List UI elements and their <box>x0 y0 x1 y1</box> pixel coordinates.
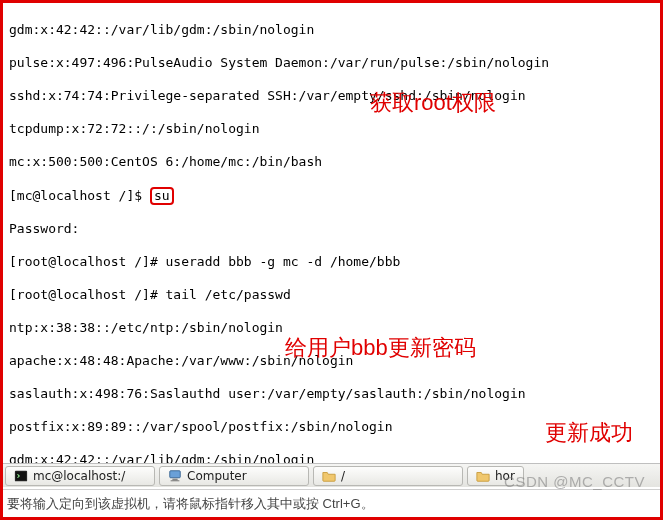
svg-rect-4 <box>171 480 180 481</box>
user-prompt: [mc@localhost /]$ <box>9 188 150 203</box>
taskbar-item-folder[interactable]: / <box>313 466 463 486</box>
cmd-line: [root@localhost /]# useradd bbb -g mc -d… <box>9 254 654 271</box>
highlight-su: su <box>150 187 174 205</box>
passwd-line: tcpdump:x:72:72::/:/sbin/nologin <box>9 121 654 138</box>
taskbar-item-terminal[interactable]: mc@localhost:/ <box>5 466 155 486</box>
passwd-line: mc:x:500:500:CentOS 6:/home/mc:/bin/bash <box>9 154 654 171</box>
passwd-line: ntp:x:38:38::/etc/ntp:/sbin/nologin <box>9 320 654 337</box>
passwd-line: sshd:x:74:74:Privilege-separated SSH:/va… <box>9 88 654 105</box>
taskbar-label: hor <box>495 469 515 483</box>
password-prompt: Password: <box>9 221 654 238</box>
svg-rect-2 <box>170 470 181 477</box>
svg-rect-3 <box>172 478 177 480</box>
folder-icon <box>476 469 490 483</box>
vm-hint-text: 要将输入定向到该虚拟机，请将鼠标指针移入其中或按 Ctrl+G。 <box>7 495 374 513</box>
cmd-line: [root@localhost /]# tail /etc/passwd <box>9 287 654 304</box>
passwd-line: pulse:x:497:496:PulseAudio System Daemon… <box>9 55 654 72</box>
taskbar: mc@localhost:/ Computer / hor <box>3 463 660 487</box>
svg-rect-1 <box>16 471 27 480</box>
folder-icon <box>322 469 336 483</box>
computer-icon <box>168 469 182 483</box>
taskbar-label: mc@localhost:/ <box>33 469 125 483</box>
passwd-line: gdm:x:42:42::/var/lib/gdm:/sbin/nologin <box>9 452 654 463</box>
taskbar-item-hor[interactable]: hor <box>467 466 524 486</box>
taskbar-item-computer[interactable]: Computer <box>159 466 309 486</box>
taskbar-label: / <box>341 469 345 483</box>
passwd-line: gdm:x:42:42::/var/lib/gdm:/sbin/nologin <box>9 22 654 39</box>
vm-hint-bar: 要将输入定向到该虚拟机，请将鼠标指针移入其中或按 Ctrl+G。 <box>3 489 660 517</box>
passwd-line: apache:x:48:48:Apache:/var/www:/sbin/nol… <box>9 353 654 370</box>
passwd-line: postfix:x:89:89::/var/spool/postfix:/sbi… <box>9 419 654 436</box>
passwd-line: saslauth:x:498:76:Saslauthd user:/var/em… <box>9 386 654 403</box>
terminal-icon <box>14 469 28 483</box>
terminal-output[interactable]: gdm:x:42:42::/var/lib/gdm:/sbin/nologin … <box>3 3 660 463</box>
taskbar-label: Computer <box>187 469 247 483</box>
